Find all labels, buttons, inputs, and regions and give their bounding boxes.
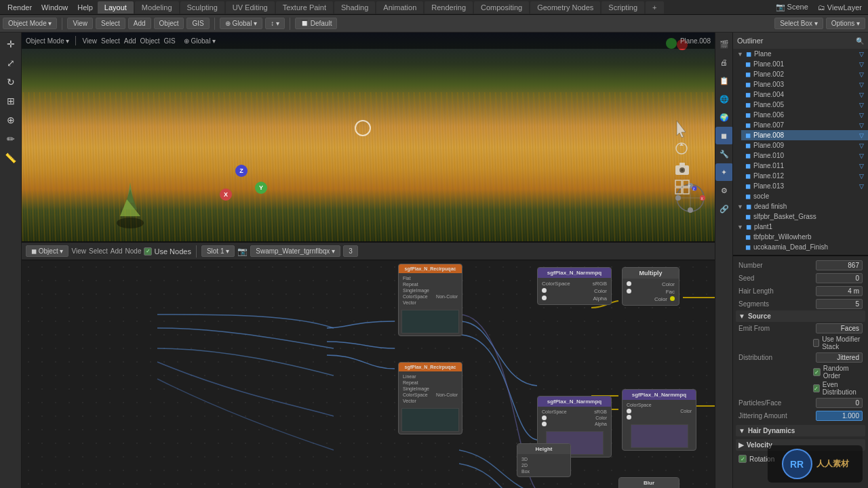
object-props-icon[interactable]: ◼ <box>715 127 733 144</box>
ne-object-dropdown[interactable]: ◼ Object ▾ <box>26 245 68 257</box>
tab-plus[interactable]: + <box>646 1 663 14</box>
tab-texture-paint[interactable]: Texture Paint <box>276 1 333 14</box>
prop-emit-from-value[interactable]: Faces <box>816 323 863 333</box>
rotate-icon[interactable] <box>674 141 689 156</box>
outliner-item-plane[interactable]: ▼ ◼ Plane ▽ <box>733 49 868 59</box>
rotate-tool[interactable]: ↻ <box>2 73 20 91</box>
object-mode-dropdown[interactable]: Object Mode ▾ <box>3 18 57 29</box>
gis-menu[interactable]: GIS <box>186 18 209 29</box>
3d-viewport[interactable]: X Y Z <box>22 33 715 243</box>
tab-geometry-nodes[interactable]: Geometry Nodes <box>530 1 600 14</box>
outliner-item-plane006[interactable]: ◼ Plane.006 ▽ <box>741 110 868 120</box>
move-tool[interactable]: ⤢ <box>2 54 20 72</box>
node-blur-bottom[interactable]: Blur Point <box>618 477 679 488</box>
slot-selector[interactable]: 🔲 Default <box>295 18 337 29</box>
rotation-cb[interactable]: ✓ <box>738 455 747 463</box>
outliner-item-plane004[interactable]: ◼ Plane.004 ▽ <box>741 89 868 100</box>
annotate-tool[interactable]: ✏ <box>2 130 20 148</box>
outliner-item-plane001[interactable]: ◼ Plane.001 ▽ <box>741 59 868 69</box>
modifier-props-icon[interactable]: 🔧 <box>715 145 733 163</box>
prop-segments-value[interactable]: 5 <box>816 299 863 309</box>
render-props-icon[interactable]: 🎬 <box>715 35 733 53</box>
use-modifier-stack-cb[interactable] <box>813 339 819 347</box>
tab-scripting[interactable]: Scripting <box>601 1 644 14</box>
measure-tool[interactable]: 📏 <box>2 149 20 167</box>
particles-props-icon[interactable]: ✦ <box>715 163 733 181</box>
outliner-item-plane009[interactable]: ◼ Plane.009 ▽ <box>741 140 868 150</box>
viewport-select-btn[interactable]: Select <box>101 37 120 45</box>
outliner-item-plane007[interactable]: ◼ Plane.007 ▽ <box>741 120 868 130</box>
physics-props-icon[interactable]: ⚙ <box>715 182 733 199</box>
camera-icon[interactable] <box>674 163 690 176</box>
node-multiply[interactable]: Multiply Color Fac Color <box>622 267 679 306</box>
outliner-item-plane005[interactable]: ◼ Plane.005 ▽ <box>741 100 868 110</box>
ne-material-btn[interactable]: Swamp_Water_tgrnflbqx ▾ <box>250 245 340 257</box>
viewport-add-btn[interactable]: Add <box>124 37 136 45</box>
view-layer-selector[interactable]: 🗂 ViewLayer <box>814 3 865 12</box>
ne-node-btn[interactable]: Node <box>125 247 142 255</box>
transform-tool[interactable]: ⊕ <box>2 111 20 129</box>
tab-sculpting[interactable]: Sculpting <box>180 1 224 14</box>
node-sgfplax-top[interactable]: sgfPlax_N_Narmmpq ColorSpacesRGB Color A… <box>537 267 612 305</box>
scale-tool[interactable]: ⊞ <box>2 92 20 110</box>
even-distribution-cb[interactable]: ✓ <box>813 384 820 392</box>
select-box-btn[interactable]: Select Box ▾ <box>774 18 823 29</box>
select-menu[interactable]: Select <box>96 18 125 29</box>
outliner-item-plane002[interactable]: ◼ Plane.002 ▽ <box>741 69 868 79</box>
scene-props-icon[interactable]: 🌐 <box>715 90 733 108</box>
outliner-item-basket-grass[interactable]: ◼ slfpbr_Basket_Grass <box>741 211 868 222</box>
output-props-icon[interactable]: 🖨 <box>715 54 733 71</box>
ne-extra-btn[interactable]: 3 <box>343 245 358 257</box>
view-layer-props-icon[interactable]: 📋 <box>715 72 733 89</box>
menu-item-window[interactable]: Window <box>37 2 73 13</box>
source-section-header[interactable]: ▼ Source <box>736 310 865 322</box>
prop-number-value[interactable]: 867 <box>816 260 863 270</box>
prop-seed-value[interactable]: 0 <box>816 273 863 283</box>
use-nodes-checkbox[interactable]: ✓ <box>144 247 152 256</box>
menu-item-help[interactable]: Help <box>73 2 98 13</box>
ne-slot-btn[interactable]: Slot 1 ▾ <box>201 245 235 257</box>
prop-jittering-value[interactable]: 1.000 <box>816 411 863 421</box>
outliner-item-deadfinish[interactable]: ▼ ◼ dead finish <box>733 201 868 211</box>
tab-layout[interactable]: Layout <box>98 1 134 14</box>
tab-animation[interactable]: Animation <box>376 1 423 14</box>
outliner-item-socle[interactable]: ◼ socle <box>741 191 868 201</box>
node-texture-2[interactable]: sgfPlax_N_Recirpuqac Linear Repeat Singl… <box>398 362 462 434</box>
add-menu[interactable]: Add <box>128 18 151 29</box>
viewport-object-btn[interactable]: Object <box>140 37 160 45</box>
prop-distribution-value[interactable]: Jittered <box>816 352 863 363</box>
object-menu[interactable]: Object <box>154 18 184 29</box>
tab-compositing[interactable]: Compositing <box>474 1 529 14</box>
outliner-item-plane010[interactable]: ◼ Plane.010 ▽ <box>741 150 868 161</box>
options-btn[interactable]: Options ▾ <box>826 18 865 29</box>
menu-item-render[interactable]: Render <box>3 2 37 13</box>
viewport-view-btn[interactable]: View <box>82 37 97 45</box>
viewport-mode-label[interactable]: Object Mode ▾ <box>26 37 69 45</box>
tab-shading[interactable]: Shading <box>334 1 375 14</box>
ne-add-btn[interactable]: Add <box>111 247 123 255</box>
tab-modeling[interactable]: Modeling <box>135 1 179 14</box>
transform-mode[interactable]: ↕ ▾ <box>265 18 285 29</box>
prop-particles-face-value[interactable]: 0 <box>816 398 863 408</box>
grid-icon[interactable] <box>674 179 690 195</box>
world-props-icon[interactable]: 🌍 <box>715 108 733 126</box>
ne-view-btn[interactable]: View <box>71 247 86 255</box>
viewport-transform-btn[interactable]: ⊕ Global ▾ <box>184 37 216 45</box>
outliner-item-plane012[interactable]: ◼ Plane.012 ▽ <box>741 171 868 181</box>
ne-select-btn[interactable]: Select <box>89 247 108 255</box>
outliner-item-deadfinish2[interactable]: ◼ ucokaamia_Dead_Finish <box>741 242 868 252</box>
constraints-props-icon[interactable]: 🔗 <box>715 200 733 218</box>
cursor-tool[interactable]: ✛ <box>2 35 20 53</box>
node-height[interactable]: Height 3D 2D Box <box>517 443 571 477</box>
scene-selector[interactable]: 📷 Scene <box>772 3 812 12</box>
outliner-item-plane011[interactable]: ◼ Plane.011 ▽ <box>741 161 868 171</box>
outliner-item-willowherb[interactable]: ◼ tbfpbbr_Willowherb <box>741 232 868 242</box>
outliner-item-plane013[interactable]: ◼ Plane.013 ▽ <box>741 181 868 191</box>
outliner-item-plane003[interactable]: ◼ Plane.003 ▽ <box>741 79 868 89</box>
random-order-cb[interactable]: ✓ <box>813 368 821 376</box>
tab-rendering[interactable]: Rendering <box>425 1 473 14</box>
view-menu[interactable]: View <box>67 18 93 29</box>
viewport-gis-btn[interactable]: GIS <box>163 37 175 45</box>
global-transform[interactable]: ⊕ Global ▾ <box>220 18 262 29</box>
node-canvas[interactable]: Multiply Color Fac Color sgfPlax_N_Narmm… <box>22 260 715 488</box>
